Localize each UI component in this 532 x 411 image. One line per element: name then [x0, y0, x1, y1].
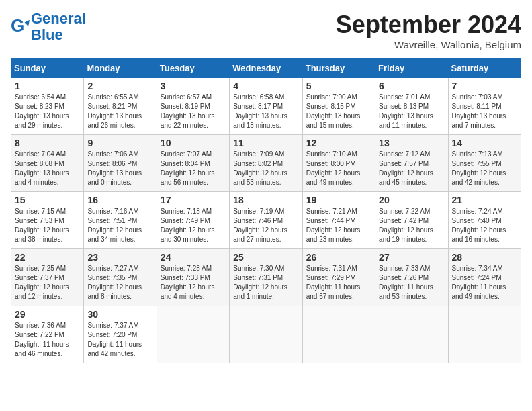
logo-blue: Blue [31, 26, 63, 43]
day-number: 2 [87, 81, 152, 91]
day-number: 10 [161, 138, 226, 148]
calendar-cell: 8Sunrise: 7:04 AM Sunset: 8:08 PM Daylig… [11, 135, 84, 192]
calendar-cell: 15Sunrise: 7:15 AM Sunset: 7:53 PM Dayli… [11, 192, 84, 249]
calendar-cell: 5Sunrise: 7:00 AM Sunset: 8:15 PM Daylig… [302, 78, 375, 135]
calendar-cell: 21Sunrise: 7:24 AM Sunset: 7:40 PM Dayli… [448, 192, 521, 249]
day-number: 16 [87, 195, 152, 205]
day-number: 6 [379, 81, 444, 91]
day-number: 26 [306, 252, 371, 263]
calendar-week-5: 29Sunrise: 7:36 AM Sunset: 7:22 PM Dayli… [11, 306, 521, 363]
day-info: Sunrise: 7:24 AM Sunset: 7:40 PM Dayligh… [452, 207, 517, 244]
calendar-cell: 24Sunrise: 7:28 AM Sunset: 7:33 PM Dayli… [157, 249, 229, 306]
day-number: 1 [15, 81, 80, 91]
day-info: Sunrise: 7:25 AM Sunset: 7:37 PM Dayligh… [15, 264, 80, 302]
logo-general: General [31, 10, 86, 27]
day-number: 12 [306, 138, 371, 148]
day-info: Sunrise: 7:04 AM Sunset: 8:08 PM Dayligh… [15, 150, 80, 187]
calendar-cell: 16Sunrise: 7:16 AM Sunset: 7:51 PM Dayli… [84, 192, 157, 249]
svg-marker-1 [25, 20, 30, 26]
day-info: Sunrise: 7:13 AM Sunset: 7:55 PM Dayligh… [452, 150, 517, 187]
weekday-header-row: SundayMondayTuesdayWednesdayThursdayFrid… [11, 59, 521, 78]
day-info: Sunrise: 7:31 AM Sunset: 7:29 PM Dayligh… [306, 264, 371, 302]
calendar-cell [302, 306, 375, 363]
calendar-cell: 14Sunrise: 7:13 AM Sunset: 7:55 PM Dayli… [448, 135, 521, 192]
day-number: 7 [452, 81, 517, 91]
calendar-cell [375, 306, 448, 363]
day-info: Sunrise: 7:34 AM Sunset: 7:24 PM Dayligh… [452, 264, 517, 302]
calendar-cell: 11Sunrise: 7:09 AM Sunset: 8:02 PM Dayli… [230, 135, 302, 192]
calendar-cell: 25Sunrise: 7:30 AM Sunset: 7:31 PM Dayli… [230, 249, 302, 306]
weekday-header-tuesday: Tuesday [157, 59, 229, 78]
calendar-cell: 23Sunrise: 7:27 AM Sunset: 7:35 PM Dayli… [84, 249, 157, 306]
calendar-cell: 10Sunrise: 7:07 AM Sunset: 8:04 PM Dayli… [157, 135, 229, 192]
weekday-header-wednesday: Wednesday [230, 59, 302, 78]
weekday-header-sunday: Sunday [11, 59, 84, 78]
day-number: 19 [306, 195, 371, 205]
calendar-cell: 29Sunrise: 7:36 AM Sunset: 7:22 PM Dayli… [11, 306, 84, 363]
day-number: 14 [452, 138, 517, 148]
calendar-week-1: 1Sunrise: 6:54 AM Sunset: 8:23 PM Daylig… [11, 78, 521, 135]
day-info: Sunrise: 7:15 AM Sunset: 7:53 PM Dayligh… [15, 207, 80, 244]
day-info: Sunrise: 7:01 AM Sunset: 8:13 PM Dayligh… [379, 93, 444, 130]
day-info: Sunrise: 6:58 AM Sunset: 8:17 PM Dayligh… [233, 93, 298, 130]
calendar-cell [448, 306, 521, 363]
day-info: Sunrise: 7:18 AM Sunset: 7:49 PM Dayligh… [161, 207, 226, 244]
day-number: 11 [233, 138, 298, 148]
day-number: 13 [379, 138, 444, 148]
day-info: Sunrise: 6:55 AM Sunset: 8:21 PM Dayligh… [87, 93, 152, 130]
day-number: 5 [306, 81, 371, 91]
day-info: Sunrise: 7:03 AM Sunset: 8:11 PM Dayligh… [452, 93, 517, 130]
day-number: 9 [87, 138, 152, 148]
calendar-cell: 26Sunrise: 7:31 AM Sunset: 7:29 PM Dayli… [302, 249, 375, 306]
calendar-cell: 1Sunrise: 6:54 AM Sunset: 8:23 PM Daylig… [11, 78, 84, 135]
calendar-cell: 3Sunrise: 6:57 AM Sunset: 8:19 PM Daylig… [157, 78, 229, 135]
calendar-cell: 17Sunrise: 7:18 AM Sunset: 7:49 PM Dayli… [157, 192, 229, 249]
calendar-cell: 13Sunrise: 7:12 AM Sunset: 7:57 PM Dayli… [375, 135, 448, 192]
day-number: 8 [15, 138, 80, 148]
calendar-cell: 2Sunrise: 6:55 AM Sunset: 8:21 PM Daylig… [84, 78, 157, 135]
month-title: September 2024 [336, 11, 521, 39]
weekday-header-monday: Monday [84, 59, 157, 78]
day-number: 15 [15, 195, 80, 205]
calendar-week-4: 22Sunrise: 7:25 AM Sunset: 7:37 PM Dayli… [11, 249, 521, 306]
calendar-week-3: 15Sunrise: 7:15 AM Sunset: 7:53 PM Dayli… [11, 192, 521, 249]
day-info: Sunrise: 7:12 AM Sunset: 7:57 PM Dayligh… [379, 150, 444, 187]
calendar-cell: 30Sunrise: 7:37 AM Sunset: 7:20 PM Dayli… [84, 306, 157, 363]
page-header: G General Blue September 2024 Wavreille,… [11, 11, 521, 50]
calendar-cell: 18Sunrise: 7:19 AM Sunset: 7:46 PM Dayli… [230, 192, 302, 249]
day-number: 28 [452, 252, 517, 263]
day-info: Sunrise: 7:37 AM Sunset: 7:20 PM Dayligh… [87, 321, 152, 359]
day-number: 30 [87, 309, 152, 320]
location-subtitle: Wavreille, Wallonia, Belgium [336, 39, 521, 50]
day-info: Sunrise: 6:54 AM Sunset: 8:23 PM Dayligh… [15, 93, 80, 130]
day-info: Sunrise: 7:33 AM Sunset: 7:26 PM Dayligh… [379, 264, 444, 302]
day-info: Sunrise: 7:00 AM Sunset: 8:15 PM Dayligh… [306, 93, 371, 130]
weekday-header-friday: Friday [375, 59, 448, 78]
day-number: 29 [15, 309, 80, 320]
day-number: 18 [233, 195, 298, 205]
day-info: Sunrise: 7:07 AM Sunset: 8:04 PM Dayligh… [161, 150, 226, 187]
calendar-cell [230, 306, 302, 363]
calendar-cell: 19Sunrise: 7:21 AM Sunset: 7:44 PM Dayli… [302, 192, 375, 249]
title-block: September 2024 Wavreille, Wallonia, Belg… [336, 11, 521, 50]
day-info: Sunrise: 6:57 AM Sunset: 8:19 PM Dayligh… [161, 93, 226, 130]
calendar-week-2: 8Sunrise: 7:04 AM Sunset: 8:08 PM Daylig… [11, 135, 521, 192]
calendar-cell: 28Sunrise: 7:34 AM Sunset: 7:24 PM Dayli… [448, 249, 521, 306]
day-number: 3 [161, 81, 226, 91]
day-number: 27 [379, 252, 444, 263]
calendar-cell: 27Sunrise: 7:33 AM Sunset: 7:26 PM Dayli… [375, 249, 448, 306]
day-number: 17 [161, 195, 226, 205]
weekday-header-thursday: Thursday [302, 59, 375, 78]
calendar-cell [157, 306, 229, 363]
day-info: Sunrise: 7:10 AM Sunset: 8:00 PM Dayligh… [306, 150, 371, 187]
calendar-cell: 9Sunrise: 7:06 AM Sunset: 8:06 PM Daylig… [84, 135, 157, 192]
day-info: Sunrise: 7:27 AM Sunset: 7:35 PM Dayligh… [87, 264, 152, 302]
day-info: Sunrise: 7:19 AM Sunset: 7:46 PM Dayligh… [233, 207, 298, 244]
day-info: Sunrise: 7:06 AM Sunset: 8:06 PM Dayligh… [87, 150, 152, 187]
calendar-cell: 6Sunrise: 7:01 AM Sunset: 8:13 PM Daylig… [375, 78, 448, 135]
calendar-cell: 12Sunrise: 7:10 AM Sunset: 8:00 PM Dayli… [302, 135, 375, 192]
day-number: 21 [452, 195, 517, 205]
logo-icon: G [11, 17, 30, 36]
calendar-table: SundayMondayTuesdayWednesdayThursdayFrid… [11, 58, 521, 363]
calendar-cell: 22Sunrise: 7:25 AM Sunset: 7:37 PM Dayli… [11, 249, 84, 306]
